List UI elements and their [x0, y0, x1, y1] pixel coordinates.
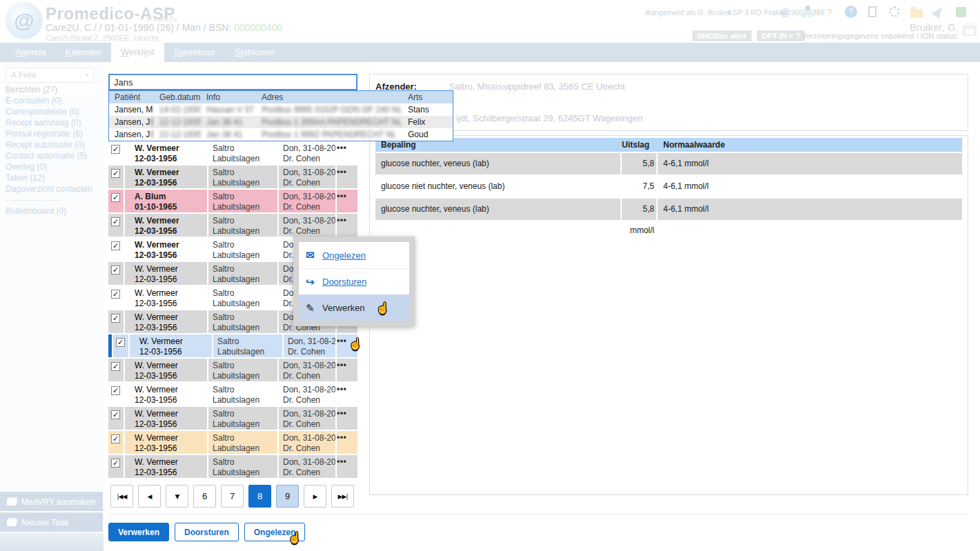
sidebar-item[interactable]: Recept aanvraag (0) — [0, 117, 104, 128]
patient-suggestion-row[interactable]: Jansen, Ml. 14-02-1930 Hassan V 37 Postb… — [109, 103, 453, 116]
row-checkbox-cell: ✓ — [108, 262, 124, 285]
worklist-row[interactable]: ✓ W. Vermeer 12-03-1956 Saltro Labuitsla… — [108, 166, 357, 188]
sidebar-item[interactable]: E-consulten (0) — [0, 95, 104, 106]
sidebar-item[interactable]: Bulletinboard (0) — [0, 206, 104, 217]
row-checkbox[interactable]: ✓ — [111, 193, 120, 202]
row-menu-button[interactable]: ••• — [337, 141, 357, 164]
action-button[interactable]: Verwerken — [108, 523, 169, 541]
context-menu-item[interactable]: Doorsturen — [299, 268, 409, 294]
context-menu-item[interactable]: Ongelezen — [299, 242, 409, 268]
worklist-row[interactable]: ✓ W. Vermeer 12-03-1956 Saltro Labuitsla… — [108, 455, 357, 478]
nav-tab[interactable]: Spreekuur — [164, 43, 225, 62]
lab-result-row[interactable]: glucose niet nuchter, veneus (lab) 7,5 m… — [375, 176, 962, 197]
row-checkbox[interactable]: ✓ — [111, 169, 120, 178]
cursor-hand-icon: ☝ — [288, 531, 302, 544]
page-button[interactable]: 8 — [248, 485, 271, 508]
user-question-icon[interactable]: ? — [823, 5, 836, 19]
page-button[interactable]: 6 — [193, 485, 216, 508]
row-doctor: Dr. Cohen — [283, 419, 335, 430]
gear-icon[interactable] — [888, 5, 901, 19]
worklist-row[interactable]: ✓ W. Vermeer 12-03-1956 Saltro Labuitsla… — [108, 214, 357, 237]
at-icon[interactable]: @ — [778, 5, 792, 19]
molecule-icon[interactable] — [801, 5, 814, 19]
row-doctor: Dr. Cohen — [288, 347, 335, 357]
row-checkbox[interactable]: ✓ — [111, 459, 120, 468]
row-checkbox[interactable]: ✓ — [111, 241, 120, 250]
sidebar-item[interactable]: Contact autorisatie (5) — [0, 150, 104, 161]
row-checkbox[interactable]: ✓ — [111, 314, 120, 323]
page-button[interactable]: ◀ — [138, 485, 161, 508]
lab-uitslag: 5,8 mmol/l — [622, 199, 656, 220]
lab-result-row[interactable]: glucose nuchter, veneus (lab) 5,8 mmol/l… — [375, 199, 962, 220]
row-checkbox[interactable]: ✓ — [111, 434, 120, 443]
worklist-row[interactable]: ✓ W. Vermeer 12-03-1956 Saltro Labuitsla… — [108, 407, 357, 430]
page-button[interactable]: 9 — [276, 485, 299, 508]
row-checkbox[interactable]: ✓ — [111, 217, 120, 226]
page-button[interactable]: ▶ — [304, 485, 326, 508]
medvry-aanmaken-button[interactable]: MedVRY aanmaken — [0, 492, 103, 511]
patient-search-input[interactable] — [108, 74, 357, 90]
action-button[interactable]: Doorsturen — [175, 523, 239, 541]
row-patient-name: W. Vermeer — [135, 433, 207, 443]
plugin-icon[interactable] — [954, 5, 968, 19]
patient-suggestion-row[interactable]: Jansen, JE 22-12-1935 Jan 38 41 Postbus … — [109, 116, 453, 128]
sidebar-item[interactable]: -------------------- — [0, 194, 104, 206]
page-button[interactable]: 7 — [221, 485, 244, 508]
help-icon[interactable]: ? — [845, 6, 857, 18]
row-type: Labuitslagen — [217, 347, 282, 357]
patient-suggestion-row[interactable]: Jansen, JE 22-12-1935 Jan 38 41 Postbus … — [109, 128, 453, 141]
worklist-row[interactable]: ✓ W. Vermeer 12-03-1956 Saltro Labuitsla… — [108, 383, 357, 405]
row-date: Don, 31-08-2017 — [288, 337, 335, 347]
lab-column-header: Normaalwaarde — [658, 138, 962, 152]
printer-icon[interactable] — [963, 25, 977, 36]
row-source-cell: Saltro Labuitslagen — [208, 166, 277, 188]
lab-result-row[interactable]: glucose nuchter, veneus (lab) 5,8 mmol/l… — [375, 153, 962, 174]
nav-tab[interactable]: Sjablonen — [225, 43, 284, 62]
logout-door-icon[interactable] — [865, 5, 879, 19]
row-checkbox[interactable]: ✓ — [111, 362, 120, 371]
row-menu-button[interactable]: ••• — [337, 190, 357, 212]
worklist-row[interactable]: ✓ W. Vermeer 12-03-1956 Saltro Labuitsla… — [108, 431, 357, 454]
row-menu-button[interactable]: ••• — [337, 431, 357, 454]
worklist-row[interactable]: ✓ A. Blum 01-10-1965 Saltro Labuitslagen… — [108, 190, 357, 212]
row-checkbox-cell: ✓ — [108, 383, 124, 405]
row-checkbox[interactable]: ✓ — [111, 410, 120, 419]
worklist-row[interactable]: ✓ W. Vermeer 12-03-1956 Saltro Labuitsla… — [108, 359, 357, 381]
context-menu-item[interactable]: Verwerken ☝ — [299, 294, 409, 321]
worklist-row[interactable]: ✓ W. Vermeer 12-03-1956 Saltro Labuitsla… — [108, 334, 357, 357]
folder-icon[interactable] — [910, 5, 923, 19]
sidebar-item[interactable]: Portaal registratie (6) — [0, 128, 104, 139]
nav-tab[interactable]: Werklijst — [111, 43, 164, 62]
nav-tab[interactable]: Agenda — [6, 43, 56, 62]
row-menu-button[interactable]: ••• — [337, 166, 357, 188]
row-checkbox[interactable]: ✓ — [111, 145, 120, 154]
row-menu-button[interactable]: ••• — [337, 383, 357, 405]
sidebar-item[interactable]: Dagoverzicht contacten — [0, 183, 104, 194]
lab-bepaling: glucose nuchter, veneus (lab) — [375, 199, 620, 220]
page-button[interactable]: ▶▶| — [331, 485, 354, 508]
row-menu-button[interactable]: ••• — [337, 359, 357, 381]
sidebar-item[interactable]: Overleg (0) — [0, 161, 104, 172]
row-menu-button[interactable]: ••• — [337, 407, 357, 430]
row-checkbox[interactable]: ✓ — [116, 338, 125, 347]
doctor-filter-select[interactable]: A Felix ▼ — [6, 68, 94, 83]
row-menu-button[interactable]: ••• — [337, 214, 357, 237]
sidebar-item[interactable]: Taken (12) — [0, 172, 104, 183]
row-checkbox[interactable]: ✓ — [111, 266, 120, 274]
sidebar-item[interactable]: Correspondentie (0) — [0, 106, 104, 117]
worklist-row[interactable]: ✓ W. Vermeer 12-03-1956 Saltro Labuitsla… — [108, 141, 357, 164]
rocket-icon[interactable] — [932, 5, 945, 19]
row-checkbox[interactable]: ✓ — [111, 386, 120, 395]
nieuwe-taak-label: Nieuwe Taak — [21, 518, 68, 528]
page-button[interactable]: |◀◀ — [110, 485, 133, 508]
nav-tab[interactable]: Kalender — [56, 43, 111, 62]
row-doctor: Dr. Cohen — [283, 371, 335, 381]
sidebar-item[interactable]: Berichten (27) — [0, 84, 104, 95]
row-checkbox[interactable]: ✓ — [111, 290, 120, 299]
nieuwe-taak-button[interactable]: Nieuwe Taak — [0, 512, 103, 532]
row-menu-button[interactable]: ••• — [337, 455, 357, 478]
row-date: Don, 31-08-2017 — [283, 361, 335, 371]
page-button[interactable]: ▼ — [166, 485, 188, 508]
main-nav-tabbar: Agenda Kalender Werklijst Spreekuur Sjab… — [0, 43, 980, 62]
sidebar-item[interactable]: Recept autorisatie (0) — [0, 139, 104, 150]
